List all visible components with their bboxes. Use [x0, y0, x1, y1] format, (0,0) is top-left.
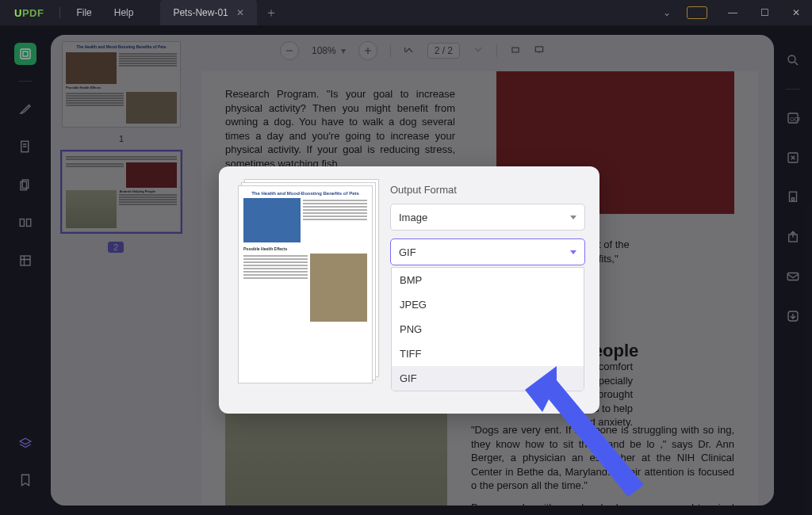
option-png[interactable]: PNG: [392, 317, 584, 341]
document-tab[interactable]: Pets-New-01 ✕: [160, 0, 256, 25]
dialog-preview: The Health and Mood-Boosting Benefits of…: [238, 185, 373, 383]
separator: [786, 89, 800, 90]
svg-rect-1: [23, 52, 28, 56]
copy-tool[interactable]: [14, 174, 36, 196]
svg-text:OCR: OCR: [790, 116, 800, 122]
svg-rect-13: [792, 198, 795, 200]
select-value: Image: [399, 212, 427, 223]
option-tiff[interactable]: TIFF: [392, 341, 584, 366]
export-icon[interactable]: [782, 305, 804, 327]
export-dialog: The Health and Mood-Boosting Benefits of…: [219, 166, 599, 414]
convert-icon[interactable]: [782, 147, 804, 169]
app-logo: UPDF: [14, 7, 44, 19]
option-bmp[interactable]: BMP: [392, 268, 584, 292]
ocr-icon[interactable]: OCR: [782, 107, 804, 129]
tab-title: Pets-New-01: [173, 7, 228, 18]
close-icon[interactable]: ✕: [236, 7, 244, 18]
premium-badge[interactable]: [687, 6, 707, 19]
menu-file[interactable]: File: [65, 7, 102, 18]
share-icon[interactable]: [782, 226, 804, 248]
image-format-select[interactable]: GIF BMP JPEG PNG TIFF GIF: [390, 238, 585, 265]
separator: [59, 7, 60, 18]
organize-tool[interactable]: [14, 212, 36, 234]
annotate-tool[interactable]: [14, 97, 36, 120]
chevron-down-icon: [570, 216, 576, 219]
svg-rect-0: [21, 49, 30, 59]
thumbnails-tool[interactable]: [14, 43, 36, 65]
separator: [18, 81, 33, 82]
svg-rect-5: [20, 219, 24, 227]
chevron-down-icon: [570, 250, 576, 254]
option-gif[interactable]: GIF: [392, 366, 584, 391]
left-toolbar: [0, 35, 51, 505]
format-dropdown: BMP JPEG PNG TIFF GIF: [391, 267, 584, 391]
maximize-button[interactable]: ☐: [749, 7, 780, 18]
app-body: OCR 108%▾ 2 / 2 The Health and Mood-Boos…: [0, 25, 812, 515]
svg-rect-3: [22, 180, 29, 189]
layers-icon[interactable]: [14, 433, 36, 455]
chevron-down-icon[interactable]: ⌄: [657, 7, 677, 18]
svg-rect-7: [21, 256, 30, 265]
select-value: GIF: [399, 246, 416, 258]
protect-icon[interactable]: [782, 186, 804, 208]
close-window-button[interactable]: ✕: [780, 7, 812, 18]
preview-title: The Health and Mood-Boosting Benefits of…: [243, 191, 367, 196]
edit-tool[interactable]: [14, 135, 36, 158]
search-icon[interactable]: [782, 49, 804, 71]
preview-sub: Possible Health Effects: [243, 246, 367, 251]
new-tab-button[interactable]: ＋: [265, 5, 278, 21]
svg-point-8: [788, 55, 795, 63]
crop-tool[interactable]: [14, 250, 36, 272]
output-format-label: Output Format: [390, 184, 585, 196]
minimize-button[interactable]: —: [717, 7, 749, 18]
svg-rect-4: [21, 181, 27, 190]
mail-icon[interactable]: [782, 265, 804, 288]
bookmark-icon[interactable]: [14, 469, 36, 491]
right-toolbar: OCR: [774, 35, 812, 505]
menu-help[interactable]: Help: [103, 7, 145, 18]
titlebar: UPDF File Help Pets-New-01 ✕ ＋ ⌄ — ☐ ✕: [0, 0, 812, 25]
format-type-select[interactable]: Image: [390, 204, 585, 231]
svg-rect-6: [27, 219, 31, 227]
svg-rect-15: [787, 273, 799, 280]
option-jpeg[interactable]: JPEG: [392, 292, 584, 317]
